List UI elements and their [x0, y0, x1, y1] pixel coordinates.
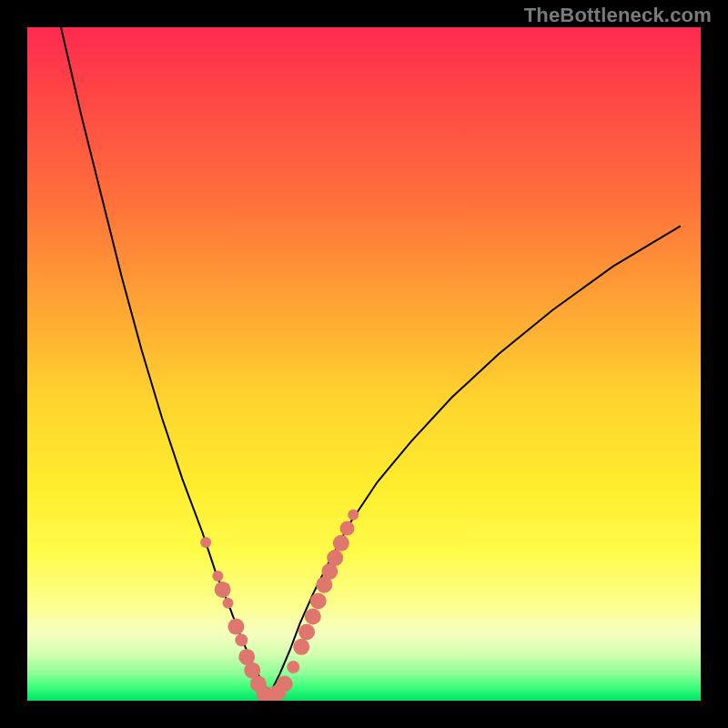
- curve-marker: [305, 609, 321, 625]
- curve-left-branch: [61, 27, 269, 694]
- curve-marker: [277, 676, 293, 693]
- curve-marker: [293, 639, 309, 655]
- curve-marker: [340, 521, 355, 536]
- curve-marker: [327, 550, 343, 566]
- curve-marker: [215, 581, 231, 598]
- curve-marker: [235, 633, 248, 646]
- chart-frame: TheBottleneck.com: [0, 0, 728, 728]
- curve-marker: [200, 537, 211, 548]
- curve-marker: [212, 571, 223, 581]
- plot-area: [27, 27, 701, 701]
- marker-group: [200, 510, 359, 701]
- curve-marker: [223, 598, 234, 609]
- watermark-text: TheBottleneck.com: [524, 4, 712, 27]
- curve-marker: [333, 535, 349, 551]
- curve-marker: [228, 619, 244, 635]
- curve-marker: [298, 624, 315, 641]
- curve-marker: [310, 593, 327, 610]
- curve-marker: [348, 510, 359, 521]
- curve-marker: [287, 661, 299, 673]
- chart-svg: [27, 27, 701, 701]
- curve-right-branch: [269, 226, 680, 693]
